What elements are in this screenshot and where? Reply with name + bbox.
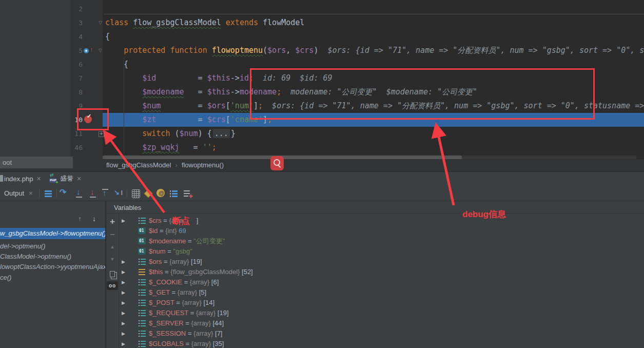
code-token: ( [263,46,267,55]
move-up-button[interactable]: ▲ [106,244,119,249]
watch-return-values-toggle[interactable]: oo [106,280,119,290]
hamburger-icon[interactable] [44,188,53,198]
line-number[interactable]: 8 [70,85,83,99]
expander-icon[interactable]: ▶ [122,328,125,339]
gutter-line-4[interactable]: 4 [70,30,103,44]
code-line-2[interactable] [103,2,644,16]
gutter-line-8[interactable]: 8 [70,85,103,99]
search-button[interactable] [270,156,284,170]
expander-icon[interactable]: ▶ [122,216,125,226]
variable-row-$_GET[interactable]: ▶$_GET = {array} [5] [119,287,642,298]
gutter-line-3[interactable]: 3▽ [70,16,103,30]
breadcrumb-bar: flow_gsbgClassModel›flowoptmenu() [0,159,644,172]
expander-icon[interactable]: ▶ [122,298,125,308]
fold-open-icon[interactable]: ▽ [99,16,102,30]
gutter-line-7[interactable]: 7 [70,71,103,85]
override-marker-icon[interactable] [84,48,89,53]
stack-frame[interactable]: ce() [0,273,105,283]
code-token: = [184,87,207,96]
add-watch-button[interactable]: + [106,217,119,227]
variable-row-$_SESSION[interactable]: ▶$_SESSION = {array} [7] [119,328,642,339]
variable-row-$_POST[interactable]: ▶$_POST = {array} [14] [119,298,642,308]
variable-value: {flow_gsbgClassModel} [170,268,240,276]
gutter-line-46[interactable]: 46 [70,141,103,154]
code-line-11[interactable]: switch ($num) {...} [103,127,644,141]
variable-row-$_COOKIE[interactable]: ▶$_COOKIE = {array} [6] [119,277,642,287]
fold-open-icon[interactable]: ▽ [99,44,102,57]
code-line-5[interactable]: protected function flowoptmenu($ors, $cr… [103,44,644,57]
frame-up-icon[interactable]: ↑ [78,215,82,223]
breadcrumb-class[interactable]: flow_gsbgClassModel [106,161,171,169]
step-out-icon[interactable] [101,188,110,198]
stack-frame[interactable]: ClassModel->optmenu() [0,252,105,262]
ide-window: oot 23▽45▽67891011+4647 class flow_gsbgC… [0,0,644,348]
expander-icon[interactable]: ▶ [122,277,125,287]
gutter-line-2[interactable]: 2 [70,2,103,16]
variable-row-$id[interactable]: $id = {int} 69 [119,226,642,236]
line-number[interactable]: 4 [70,30,83,44]
stack-frame[interactable]: w_gsbgClassModel->flowoptmenu() [0,228,105,239]
variable-row-$GLOBALS[interactable]: ▶$GLOBALS = {array} [35] [119,339,642,348]
code-line-4[interactable]: { [103,30,644,44]
expander-icon[interactable]: ▶ [122,308,125,318]
tab-output[interactable]: Output [4,186,24,201]
expander-icon[interactable]: ▶ [122,257,125,267]
frame-down-icon[interactable]: ↓ [92,215,96,223]
variable-row-$_REQUEST[interactable]: ▶$_REQUEST = {array} [19] [119,308,642,318]
expander-icon[interactable]: ▶ [122,287,125,298]
line-number[interactable]: 2 [70,2,83,16]
code-token: class [105,18,133,27]
code-line-46[interactable]: $zp_wqkj = ''; [103,141,644,154]
watch-values-icon[interactable] [143,188,153,198]
expander-icon[interactable]: ▶ [122,318,125,328]
line-number[interactable]: 3 [70,16,83,30]
variable-row-$modename[interactable]: $modename = "公司变更" [119,236,642,246]
line-number[interactable]: 5 [70,44,83,57]
line-number[interactable]: 7 [70,71,83,85]
move-down-button[interactable]: ▼ [106,257,119,262]
variable-count: [35] [211,340,224,347]
variable-value: {array} [193,330,213,337]
variables-toolbar: + − ▲ ▼ oo [106,214,119,348]
expander-icon[interactable]: ▶ [122,339,125,348]
variable-row-$num[interactable]: $num = "gsbg" [119,246,642,257]
breakpoint-annotation-label: 断点 [172,215,190,227]
stack-frame[interactable]: lowoptClassAction->yyoptmenuAjax [0,262,105,272]
code-token: } [231,129,236,138]
tab-index.php[interactable]: index.php× [4,171,41,186]
code-token: $num [180,129,198,138]
expander-icon[interactable]: ▶ [122,267,125,277]
run-to-cursor-icon[interactable] [114,188,124,198]
gutter-line-5[interactable]: 5▽ [70,44,103,57]
close-icon[interactable]: × [77,175,81,183]
array-icon [138,258,146,265]
gutter-line-6[interactable]: 6 [70,57,103,71]
variable-row-$crs[interactable]: ▶$crs = {arra] [119,216,642,226]
line-number[interactable]: 6 [70,57,83,71]
numbered-list-icon[interactable] [169,188,179,198]
force-step-into-icon[interactable] [88,188,98,198]
variable-row-$_SERVER[interactable]: ▶$_SERVER = {array} [44] [119,318,642,328]
stack-frame[interactable]: del->optmenu() [0,241,105,252]
remove-watch-button[interactable]: − [106,230,119,239]
step-into-icon[interactable] [74,188,84,198]
variables-tree[interactable]: ▶$crs = {arra]$id = {int} 69$modename = … [119,216,642,348]
evaluate-expression-icon[interactable] [131,188,141,198]
variable-row-$this[interactable]: ▶$this = {flow_gsbgClassModel} [52] [119,267,642,277]
close-icon[interactable]: × [36,175,41,183]
copy-icon[interactable] [106,270,119,279]
variable-name: $_REQUEST [149,309,188,317]
add-watch-icon[interactable] [183,188,192,198]
variable-count: [14] [202,299,214,306]
tab-盛誉[interactable]: ⇄PHP盛誉× [49,171,81,186]
step-over-icon[interactable] [60,188,69,198]
breadcrumb-method[interactable]: flowoptmenu() [182,161,224,169]
code-line-3[interactable]: class flow_gsbgClassModel extends flowMo… [103,16,644,30]
line-number[interactable]: 46 [70,141,83,154]
editor-gutter[interactable]: 23▽45▽67891011+4647 [70,0,103,159]
inline-values-icon[interactable] [156,188,166,198]
variable-value: "公司变更" [193,237,225,245]
variable-row-$ors[interactable]: ▶$ors = {array} [19] [119,257,642,267]
code-token: $zt [142,115,156,124]
close-icon[interactable]: × [29,186,33,201]
